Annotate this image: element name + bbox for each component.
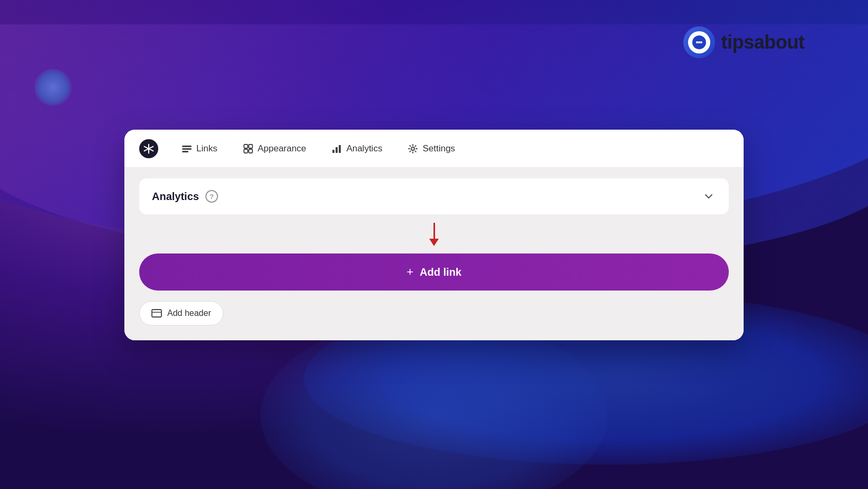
tab-appearance-label: Appearance: [258, 143, 306, 154]
svg-rect-15: [336, 147, 338, 153]
svg-rect-16: [339, 145, 341, 153]
header-icon: [151, 308, 162, 319]
decorative-circle: [34, 69, 71, 106]
tab-links[interactable]: Links: [171, 139, 228, 158]
section-title: Analytics: [152, 191, 199, 203]
add-link-button[interactable]: + Add link: [139, 253, 729, 291]
tab-settings-label: Settings: [422, 143, 455, 154]
content-area: Analytics ? + Add link: [124, 168, 744, 340]
svg-point-2: [698, 41, 700, 43]
svg-rect-11: [249, 144, 252, 148]
main-card: Links Appearance: [124, 130, 744, 340]
logo-icon-wrapper: [683, 26, 715, 58]
add-link-label: Add link: [420, 266, 462, 278]
svg-rect-12: [244, 149, 248, 153]
nav-logo: [139, 139, 158, 158]
svg-rect-14: [332, 150, 334, 153]
svg-rect-7: [182, 146, 192, 147]
svg-point-1: [696, 41, 698, 43]
section-title-area: Analytics ?: [152, 190, 218, 203]
add-header-label: Add header: [167, 309, 211, 318]
tab-analytics-label: Analytics: [346, 143, 382, 154]
appearance-icon: [243, 143, 254, 154]
svg-rect-9: [182, 151, 188, 152]
add-header-button[interactable]: Add header: [139, 301, 223, 325]
analytics-section-header: Analytics ?: [139, 178, 729, 214]
svg-point-3: [700, 41, 702, 43]
tab-settings[interactable]: Settings: [397, 139, 465, 158]
collapse-chevron-icon[interactable]: [701, 189, 716, 204]
tab-appearance[interactable]: Appearance: [232, 139, 317, 158]
analytics-icon: [331, 143, 342, 154]
svg-point-17: [411, 147, 414, 150]
nav-bar: Links Appearance: [124, 130, 744, 168]
tab-links-label: Links: [196, 143, 218, 154]
logo-chat-icon: [688, 31, 710, 53]
plus-icon: +: [406, 265, 413, 279]
arrow-head: [429, 239, 439, 246]
settings-icon: [408, 143, 418, 154]
svg-rect-13: [249, 149, 252, 153]
help-icon[interactable]: ?: [205, 190, 218, 203]
logo-text: tipsabout: [721, 31, 804, 53]
tab-analytics[interactable]: Analytics: [321, 139, 393, 158]
red-arrow: [429, 223, 439, 249]
logo-area: tipsabout: [683, 26, 804, 58]
arrow-line: [433, 223, 435, 239]
arrow-annotation: [139, 223, 729, 249]
links-icon: [182, 143, 192, 154]
svg-rect-10: [244, 144, 248, 148]
svg-rect-8: [182, 148, 192, 150]
svg-rect-18: [152, 310, 161, 317]
